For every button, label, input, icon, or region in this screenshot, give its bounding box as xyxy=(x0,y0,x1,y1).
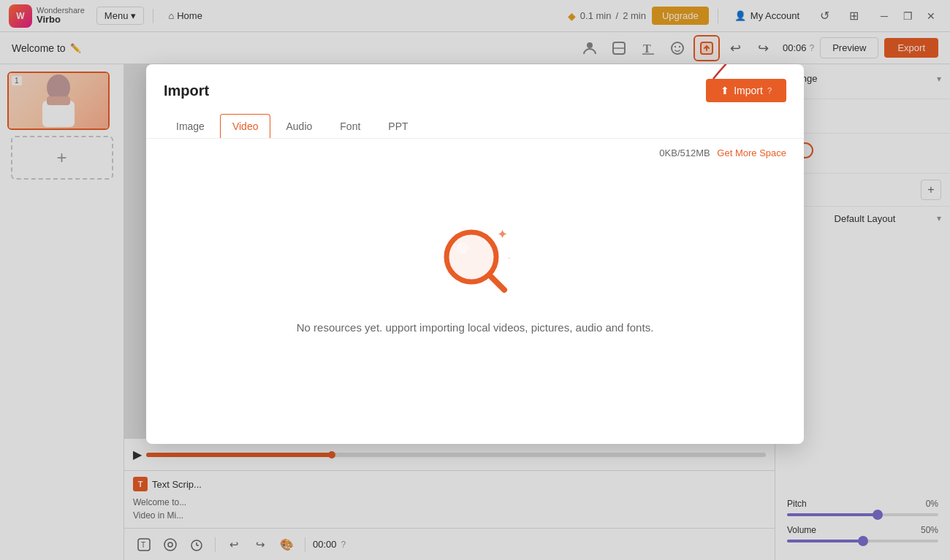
tab-ppt-label: PPT xyxy=(388,120,408,132)
modal-body: ✦ · No resources yet. upport importing l… xyxy=(146,167,804,386)
tab-font[interactable]: Font xyxy=(327,114,373,138)
import-help-icon: ? xyxy=(767,86,772,95)
tab-font-label: Font xyxy=(340,120,360,132)
tab-video-label: Video xyxy=(232,120,259,132)
tab-image[interactable]: Image xyxy=(164,114,217,138)
empty-icon: ✦ · xyxy=(431,220,519,304)
tab-ppt[interactable]: PPT xyxy=(376,114,420,138)
svg-text:·: · xyxy=(508,253,510,263)
import-modal: Import ⬆ Import ? xyxy=(146,64,804,444)
tab-audio-label: Audio xyxy=(286,120,312,132)
import-btn-area: ⬆ Import ? xyxy=(706,79,786,102)
svg-point-27 xyxy=(457,242,468,254)
tab-audio[interactable]: Audio xyxy=(273,114,324,138)
modal-title: Import xyxy=(164,83,209,99)
modal-overlay[interactable]: Import ⬆ Import ? xyxy=(0,0,950,560)
modal-tabs: Image Video Audio Font PPT xyxy=(146,102,804,139)
empty-illustration: ✦ · xyxy=(431,220,519,301)
storage-info: 0KB/512MB Get More Space xyxy=(146,139,804,167)
svg-text:✦: ✦ xyxy=(497,227,508,242)
empty-message: No resources yet. upport importing local… xyxy=(297,321,654,334)
import-btn-label: Import xyxy=(734,85,763,96)
upload-arrow-icon: ⬆ xyxy=(721,85,729,96)
tab-video[interactable]: Video xyxy=(220,114,271,138)
import-button[interactable]: ⬆ Import ? xyxy=(706,79,786,102)
storage-used: 0KB/512MB xyxy=(659,147,710,158)
svg-line-28 xyxy=(490,275,504,290)
modal-header: Import ⬆ Import ? xyxy=(146,64,804,102)
tab-image-label: Image xyxy=(176,120,205,132)
get-more-space-link[interactable]: Get More Space xyxy=(717,147,786,158)
